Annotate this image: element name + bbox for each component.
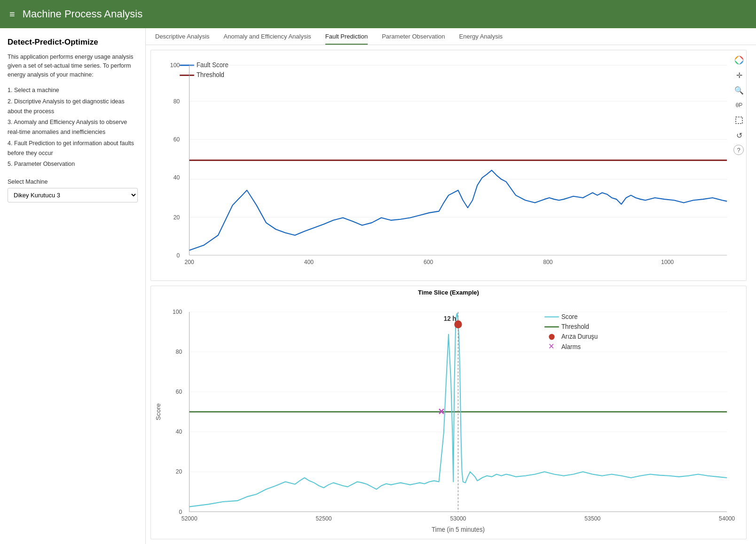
svg-text:40: 40 bbox=[173, 174, 180, 180]
svg-text:80: 80 bbox=[176, 349, 182, 355]
svg-point-30 bbox=[549, 334, 554, 340]
svg-text:20: 20 bbox=[176, 468, 182, 475]
machine-select[interactable]: Dikey Kurutucu 3 bbox=[8, 188, 138, 202]
svg-text:60: 60 bbox=[176, 389, 182, 395]
svg-text:80: 80 bbox=[173, 98, 180, 105]
svg-text:Score: Score bbox=[155, 403, 162, 420]
color-wheel-icon[interactable] bbox=[733, 54, 745, 66]
svg-text:100: 100 bbox=[170, 62, 180, 69]
svg-text:Time (in 5 minutes): Time (in 5 minutes) bbox=[432, 526, 485, 533]
tab-fault-prediction[interactable]: Fault Prediction bbox=[325, 33, 368, 45]
tab-bar: Descriptive Analysis Anomaly and Efficie… bbox=[146, 28, 756, 45]
tab-descriptive-analysis[interactable]: Descriptive Analysis bbox=[155, 33, 210, 45]
svg-text:60: 60 bbox=[173, 136, 180, 142]
svg-text:Score: Score bbox=[561, 313, 578, 320]
svg-text:40: 40 bbox=[176, 428, 182, 435]
svg-text:0: 0 bbox=[179, 508, 182, 515]
svg-text:100: 100 bbox=[173, 308, 182, 315]
refresh-icon[interactable]: ↺ bbox=[733, 130, 745, 141]
tab-anomaly-efficiency[interactable]: Anomaly and Efficiency Analysis bbox=[224, 33, 311, 45]
sidebar: Detect-Predict-Optimize This application… bbox=[0, 28, 146, 544]
svg-text:53000: 53000 bbox=[450, 515, 466, 522]
svg-text:800: 800 bbox=[543, 259, 552, 265]
svg-text:Fault Score: Fault Score bbox=[197, 62, 228, 69]
svg-text:Arıza Duruşu: Arıza Duruşu bbox=[561, 333, 598, 340]
zoom-icon[interactable]: 🔍 bbox=[733, 85, 745, 96]
svg-text:600: 600 bbox=[424, 259, 433, 265]
menu-icon[interactable]: ≡ bbox=[9, 9, 15, 20]
svg-text:Threshold: Threshold bbox=[561, 323, 589, 330]
app-title: Machine Process Analysis bbox=[23, 8, 143, 20]
charts-area: ✛ 🔍 θP ↺ ? Fault Score Thresho bbox=[146, 45, 756, 544]
time-slice-title: Time Slice (Example) bbox=[151, 286, 746, 297]
step-2: 2. Discriptive Analysis to get diagnosti… bbox=[8, 97, 138, 117]
main-layout: Detect-Predict-Optimize This application… bbox=[0, 28, 756, 544]
sidebar-steps-list: 1. Select a machine 2. Discriptive Analy… bbox=[8, 85, 138, 169]
svg-text:✕: ✕ bbox=[548, 342, 555, 350]
svg-text:Alarms: Alarms bbox=[561, 343, 581, 350]
step-4: 4. Fault Prediction to get information a… bbox=[8, 139, 138, 159]
app-header: ≡ Machine Process Analysis bbox=[0, 0, 756, 28]
select-box-icon[interactable] bbox=[733, 115, 745, 126]
select-machine-label: Select Machine bbox=[8, 179, 138, 185]
tab-parameter-observation[interactable]: Parameter Observation bbox=[382, 33, 445, 45]
svg-text:54000: 54000 bbox=[719, 515, 735, 522]
inspect-icon[interactable]: θP bbox=[733, 100, 745, 111]
chart-toolbar: ✛ 🔍 θP ↺ ? bbox=[733, 54, 745, 155]
svg-text:400: 400 bbox=[304, 259, 314, 265]
svg-rect-1 bbox=[736, 117, 742, 124]
svg-text:0: 0 bbox=[176, 252, 180, 258]
svg-text:20: 20 bbox=[173, 214, 180, 220]
sidebar-description: This application performs energy usage a… bbox=[8, 53, 138, 79]
svg-text:52000: 52000 bbox=[181, 515, 197, 522]
svg-text:Threshold: Threshold bbox=[197, 71, 224, 78]
fault-score-chart: Fault Score Threshold 0 20 bbox=[150, 50, 747, 281]
time-slice-chart: Time Slice (Example) Score Threshold Arı… bbox=[150, 286, 747, 539]
svg-text:200: 200 bbox=[184, 259, 194, 265]
svg-text:53500: 53500 bbox=[584, 515, 600, 522]
content-area: Descriptive Analysis Anomaly and Efficie… bbox=[146, 28, 756, 544]
help-icon[interactable]: ? bbox=[733, 145, 744, 155]
svg-text:12 h: 12 h bbox=[444, 315, 457, 322]
step-3: 3. Anomaly and Efficiency Analysis to ob… bbox=[8, 117, 138, 138]
move-icon[interactable]: ✛ bbox=[733, 70, 745, 81]
sidebar-title: Detect-Predict-Optimize bbox=[8, 38, 138, 47]
step-1: 1. Select a machine bbox=[8, 85, 138, 95]
svg-text:52500: 52500 bbox=[316, 515, 332, 522]
tab-energy-analysis[interactable]: Energy Analysis bbox=[459, 33, 503, 45]
step-5: 5. Parameter Observation bbox=[8, 159, 138, 169]
svg-text:1000: 1000 bbox=[661, 259, 674, 265]
svg-text:✕: ✕ bbox=[438, 406, 445, 416]
